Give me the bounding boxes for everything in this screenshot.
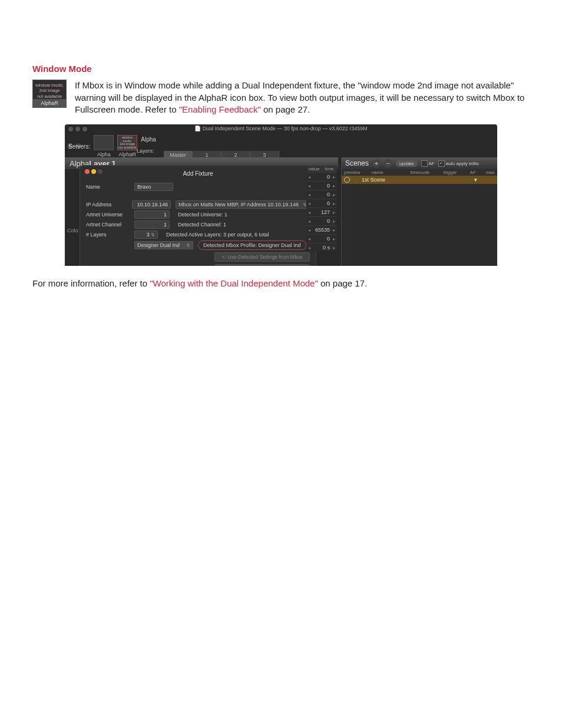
servers-alpha-text: Alpha: [141, 136, 156, 143]
window-title-text: Dual Independent Scene Mode — 30 fps non…: [203, 126, 368, 131]
name-label: Name: [86, 184, 130, 190]
para1-text-b: on page 27.: [261, 104, 310, 114]
ip-select[interactable]: Mbox on Matts New MBP, IP Address 10.10.…: [176, 200, 310, 209]
artnet-universe-field[interactable]: 1: [134, 210, 170, 219]
value-cell: 0: [312, 174, 331, 180]
value-cell: 0: [312, 218, 331, 224]
value-row[interactable]: ◂0▸: [306, 199, 337, 207]
arrow-right-icon: ▸: [331, 174, 337, 180]
value-header: value: [306, 166, 322, 172]
scene-preview-dot: [344, 177, 350, 183]
col-timecode: timecode: [408, 170, 441, 175]
thumb-line1: window mode,: [35, 83, 64, 88]
check-icon: ✓: [438, 160, 445, 167]
num-layers-field[interactable]: 3 ⇅: [134, 230, 158, 239]
num-layers-label: # Layers: [86, 232, 130, 238]
scenes-title: Scenes: [345, 159, 369, 167]
use-detected-button[interactable]: <- Use Detected Settings from Mbox: [214, 252, 310, 262]
name-field[interactable]: Bravo: [134, 183, 173, 191]
scene-row[interactable]: 1st Scene ▾: [342, 176, 497, 184]
thumb-line2: 2nd image: [39, 88, 59, 93]
scene-dropdown-icon: ▾: [474, 177, 477, 183]
server-alpha-label: Alpha: [97, 151, 111, 157]
detected-profile: Detected Mbox Profile: Designer Dual Ind: [198, 241, 306, 250]
scenes-panel: Scenes + − update AF ✓auto apply edits p…: [341, 157, 497, 266]
col-trigger: trigger: [441, 170, 468, 175]
arrow-left-icon: ◂: [306, 174, 312, 180]
col-af: AF: [468, 170, 484, 175]
link-dual-independent[interactable]: "Working with the Dual Independent Mode": [150, 278, 318, 288]
col-preview: preview: [342, 170, 369, 175]
value-cell: 0 s: [312, 245, 331, 251]
time-header: time: [322, 166, 337, 172]
value-cell: 127: [312, 209, 331, 215]
warning-thumbnail: window mode, 2nd image not available Alp…: [32, 80, 67, 108]
value-row[interactable]: ◂0▸: [306, 181, 337, 190]
update-button[interactable]: update: [396, 160, 417, 167]
value-row[interactable]: ◂127▸: [306, 207, 337, 216]
dialog-traffic-lights: [85, 169, 103, 174]
ip-field[interactable]: 10.10.19.146: [132, 200, 171, 209]
add-fixture-dialog: Add Fixture Name Bravo IP Address 10.10.…: [80, 166, 316, 266]
artnet-channel-label: Artnet Channel: [86, 222, 130, 228]
server-alphar-box[interactable]: window mode, 2nd image not available: [117, 135, 137, 150]
detected-channel: Detected Channel: 1: [174, 221, 230, 228]
server-alpha-box[interactable]: [94, 135, 114, 150]
detected-layers: Detected Active Layers: 3 per output, 6 …: [163, 231, 273, 238]
value-row[interactable]: ◂0▸: [306, 216, 337, 225]
profile-select-text: Designer Dual Ind: [137, 242, 180, 248]
value-cell: 0: [312, 192, 331, 197]
chevron-updown-icon: ⇅: [186, 243, 190, 248]
warn-l1: window mode,: [122, 136, 133, 143]
col-max: max: [484, 170, 497, 175]
left-truncated-label: Colo: [67, 228, 78, 233]
para2-text-a: For more information, refer to: [32, 278, 150, 288]
profile-select[interactable]: Designer Dual Ind ⇅: [134, 241, 193, 249]
value-row[interactable]: ◂0▸: [306, 234, 337, 243]
auto-apply-checkbox[interactable]: ✓auto apply edits: [438, 160, 479, 167]
send-settings-button[interactable]: -> Send Settings to Mbox: [214, 264, 310, 266]
thumb-label: AlphaR: [33, 99, 66, 107]
layers-label: Layers:: [137, 148, 154, 154]
stepper-icon[interactable]: ⇅: [150, 232, 155, 238]
value-row[interactable]: ◂65535▸: [306, 225, 337, 234]
value-cell: 0: [312, 200, 331, 206]
paragraph-2: For more information, refer to "Working …: [32, 278, 530, 290]
servers-row: Servers: Alpha window mode, 2nd image no…: [68, 135, 156, 157]
servers-label: Servers:: [68, 143, 90, 150]
value-row[interactable]: ◂0 s▸: [306, 243, 337, 252]
value-row[interactable]: ◂0▸: [306, 172, 337, 181]
value-time-column: value time ◂0▸ ◂0▸ ◂0▸ ◂0▸ ◂127▸ ◂0▸ ◂65…: [306, 166, 337, 252]
detected-universe: Detected Universe: 1: [174, 211, 231, 218]
server-alphar-label: AlphaR: [118, 151, 136, 157]
window-title: 📄 Dual Independent Scene Mode — 30 fps n…: [65, 126, 497, 131]
artnet-channel-field[interactable]: 1: [134, 220, 170, 229]
ip-select-text: Mbox on Matts New MBP, IP Address 10.10.…: [178, 202, 299, 207]
paragraph-1: If Mbox is in Window mode while adding a…: [75, 80, 530, 116]
warn-l3: not available: [118, 146, 137, 149]
value-cell: 0: [312, 183, 331, 189]
thumb-line3: not available: [37, 94, 62, 99]
af-checkbox[interactable]: AF: [421, 160, 435, 167]
para2-text-b: on page 17.: [318, 278, 367, 288]
app-screenshot: 📄 Dual Independent Scene Mode — 30 fps n…: [65, 124, 497, 266]
auto-apply-label: auto apply edits: [446, 161, 479, 166]
remove-scene-icon[interactable]: −: [384, 159, 392, 167]
scene-name: 1st Scene: [362, 177, 385, 183]
section-heading: Window Mode: [32, 64, 530, 74]
add-scene-icon[interactable]: +: [372, 159, 381, 167]
ip-label: IP Address: [86, 202, 127, 207]
link-enabling-feedback[interactable]: "Enabling Feedback": [179, 104, 261, 114]
af-label: AF: [429, 161, 435, 166]
dialog-title: Add Fixture: [86, 170, 310, 177]
value-cell: 0: [312, 236, 331, 242]
value-row[interactable]: ◂0▸: [306, 190, 337, 199]
artnet-universe-label: Artnet Universe: [86, 212, 130, 218]
value-cell: 65535: [312, 227, 331, 233]
col-name: name: [369, 170, 408, 175]
